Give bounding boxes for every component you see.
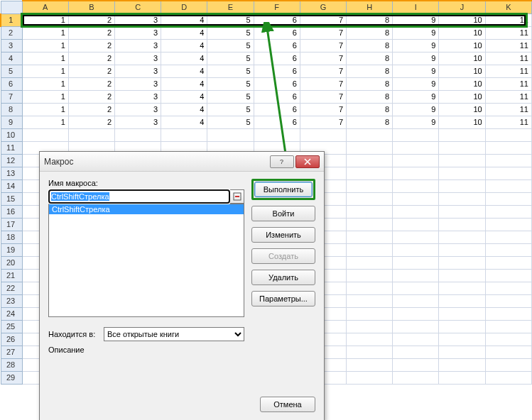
cell[interactable]: 5 — [207, 26, 254, 39]
cell[interactable] — [161, 128, 207, 141]
cell[interactable] — [347, 346, 393, 358]
cell[interactable] — [347, 179, 393, 192]
cell[interactable]: 6 — [254, 52, 300, 65]
cell[interactable] — [439, 294, 485, 307]
cell[interactable] — [115, 128, 161, 141]
column-header[interactable]: C — [115, 1, 161, 13]
row-header[interactable]: 1 — [1, 13, 22, 26]
cell[interactable] — [485, 371, 531, 384]
cell[interactable]: 6 — [254, 13, 300, 26]
column-header[interactable]: K — [485, 1, 531, 13]
cell[interactable] — [393, 282, 439, 294]
cell[interactable] — [439, 346, 485, 358]
cell[interactable]: 7 — [300, 90, 346, 103]
cell[interactable]: 11 — [485, 103, 531, 116]
cell[interactable]: 2 — [68, 13, 114, 26]
column-header[interactable]: B — [68, 1, 114, 13]
row-header[interactable]: 22 — [1, 282, 22, 294]
row-header[interactable]: 28 — [1, 358, 22, 371]
cell[interactable] — [439, 320, 485, 333]
row-header[interactable]: 27 — [1, 346, 22, 358]
cell[interactable]: 8 — [347, 116, 393, 128]
cell[interactable]: 9 — [393, 26, 439, 39]
cell[interactable]: 9 — [393, 65, 439, 77]
row-header[interactable]: 9 — [1, 116, 22, 128]
cell[interactable]: 4 — [161, 90, 207, 103]
cell[interactable]: 5 — [207, 65, 254, 77]
cancel-button[interactable]: Отмена — [260, 397, 315, 412]
cell[interactable] — [393, 256, 439, 269]
cell[interactable] — [347, 141, 393, 154]
options-button[interactable]: Параметры... — [251, 291, 315, 306]
cell[interactable]: 9 — [393, 77, 439, 90]
cell[interactable] — [347, 154, 393, 167]
cell[interactable]: 7 — [300, 65, 346, 77]
cell[interactable]: 4 — [161, 116, 207, 128]
cell[interactable]: 2 — [68, 26, 114, 39]
cell[interactable]: 11 — [485, 65, 531, 77]
cell[interactable]: 9 — [393, 116, 439, 128]
cell[interactable] — [439, 218, 485, 231]
cell[interactable]: 11 — [485, 90, 531, 103]
cell[interactable]: 10 — [439, 13, 485, 26]
cell[interactable]: 4 — [161, 103, 207, 116]
cell[interactable]: 3 — [115, 13, 161, 26]
cell[interactable] — [393, 294, 439, 307]
cell[interactable] — [439, 269, 485, 282]
cell[interactable] — [485, 333, 531, 346]
cell[interactable]: 7 — [300, 77, 346, 90]
row-header[interactable]: 23 — [1, 294, 22, 307]
cell[interactable]: 6 — [254, 116, 300, 128]
column-header[interactable]: A — [22, 1, 68, 13]
select-all-corner[interactable] — [1, 1, 22, 13]
cell[interactable]: 3 — [115, 116, 161, 128]
cell[interactable]: 10 — [439, 39, 485, 52]
cell[interactable] — [393, 141, 439, 154]
cell[interactable] — [347, 218, 393, 231]
cell[interactable] — [439, 179, 485, 192]
cell[interactable]: 7 — [300, 116, 346, 128]
cell[interactable] — [439, 256, 485, 269]
row-header[interactable]: 5 — [1, 65, 22, 77]
cell[interactable] — [347, 320, 393, 333]
macro-list-item[interactable]: CtrlShiftСтрелка — [49, 204, 244, 214]
cell[interactable] — [485, 256, 531, 269]
row-header[interactable]: 18 — [1, 231, 22, 243]
cell[interactable]: 6 — [254, 39, 300, 52]
cell[interactable]: 5 — [207, 103, 254, 116]
cell[interactable]: 1 — [22, 39, 68, 52]
cell[interactable]: 2 — [68, 103, 114, 116]
cell[interactable]: 10 — [439, 103, 485, 116]
cell[interactable]: 11 — [485, 26, 531, 39]
cell[interactable]: 4 — [161, 52, 207, 65]
cell[interactable] — [485, 269, 531, 282]
cell[interactable] — [439, 333, 485, 346]
cell[interactable] — [393, 205, 439, 218]
cell[interactable] — [439, 231, 485, 243]
cell[interactable] — [393, 218, 439, 231]
cell[interactable] — [347, 128, 393, 141]
row-header[interactable]: 26 — [1, 333, 22, 346]
cell[interactable]: 10 — [439, 26, 485, 39]
cell[interactable] — [485, 231, 531, 243]
cell[interactable]: 7 — [300, 13, 346, 26]
cell[interactable] — [485, 282, 531, 294]
cell[interactable]: 6 — [254, 77, 300, 90]
cell[interactable] — [207, 128, 254, 141]
cell[interactable] — [485, 218, 531, 231]
cell[interactable] — [347, 371, 393, 384]
cell[interactable]: 5 — [207, 116, 254, 128]
cell[interactable] — [439, 371, 485, 384]
row-header[interactable]: 14 — [1, 179, 22, 192]
cell[interactable] — [254, 128, 300, 141]
cell[interactable] — [439, 205, 485, 218]
column-header[interactable]: D — [161, 1, 207, 13]
row-header[interactable]: 29 — [1, 371, 22, 384]
delete-button[interactable]: Удалить — [251, 270, 315, 285]
cell[interactable]: 4 — [161, 26, 207, 39]
cell[interactable]: 1 — [22, 77, 68, 90]
cell[interactable] — [347, 307, 393, 320]
cell[interactable]: 2 — [68, 90, 114, 103]
cell[interactable]: 9 — [393, 13, 439, 26]
row-header[interactable]: 10 — [1, 128, 22, 141]
